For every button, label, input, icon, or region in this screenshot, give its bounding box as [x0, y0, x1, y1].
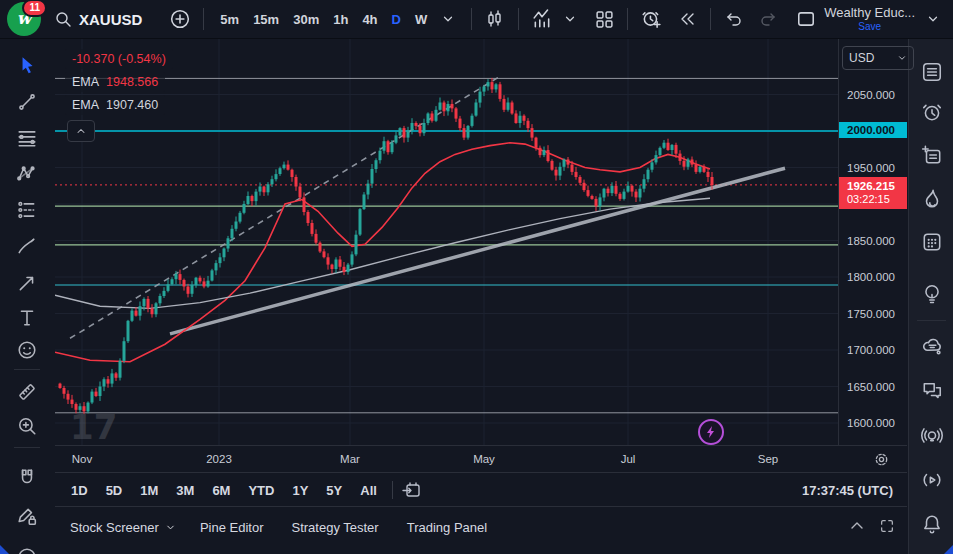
timeframe-30m[interactable]: 30m — [286, 7, 326, 32]
layout-chevron-icon[interactable] — [919, 5, 947, 33]
divider — [392, 481, 393, 499]
save-button[interactable]: Save — [858, 21, 881, 32]
price-tick-label: 1800.000 — [847, 271, 895, 283]
time-axis[interactable]: Nov2023MarMayJulSep — [55, 445, 907, 473]
range-6m[interactable]: 6M — [206, 479, 236, 502]
tab-stock-screener[interactable]: Stock Screener — [70, 520, 176, 535]
chart-style-candles-icon[interactable] — [481, 5, 509, 33]
layout-name[interactable]: Wealthy Educ... — [824, 6, 915, 20]
notes-icon[interactable] — [919, 142, 944, 167]
last-price-value: 1926.215 — [847, 179, 907, 193]
chart-pane[interactable]: 17 -10.370 (-0.54%) EMA1948.566 EMA1907.… — [55, 39, 907, 445]
bar-replay-icon[interactable] — [673, 5, 701, 33]
emoji-tool-icon[interactable] — [14, 337, 40, 363]
chevron-down-icon[interactable] — [434, 5, 462, 33]
calendar-icon[interactable] — [919, 229, 944, 254]
time-tick-label: Mar — [340, 453, 360, 465]
alert-plus-icon[interactable] — [637, 5, 665, 33]
range-ytd[interactable]: YTD — [242, 479, 280, 502]
cursor-tool-icon[interactable] — [14, 52, 40, 78]
search-icon[interactable] — [49, 5, 77, 33]
ideas-icon[interactable] — [919, 281, 944, 306]
time-tick-label: 2023 — [206, 453, 232, 465]
ema-legend-row[interactable]: EMA1907.460 — [65, 95, 165, 115]
currency-select[interactable]: USD — [842, 46, 914, 70]
divider — [710, 8, 711, 30]
streams-icon[interactable] — [919, 467, 944, 492]
range-1y[interactable]: 1Y — [286, 479, 314, 502]
hotlists-icon[interactable] — [919, 186, 944, 211]
price-level-tag-2000: 2000.000 — [839, 122, 907, 138]
price-tick-label: 1600.000 — [847, 417, 895, 429]
top-toolbar: w 11 XAUUSD 5m 15m 30m 1h 4h D W — [0, 0, 953, 40]
zoom-in-icon[interactable] — [14, 413, 40, 439]
bottom-panel: Stock Screener Pine Editor Strategy Test… — [55, 506, 907, 554]
notification-badge: 11 — [22, 0, 47, 17]
last-price-tag: 1926.215 03:22:15 — [839, 177, 907, 209]
pattern-tool-icon[interactable] — [14, 161, 40, 187]
time-tick-label: Sep — [758, 453, 778, 465]
measure-ruler-icon[interactable] — [14, 379, 40, 405]
price-axis[interactable]: USD 2050.0001950.0001850.0001800.0001750… — [838, 39, 908, 445]
chevron-down-icon — [897, 53, 907, 63]
magnet-icon[interactable] — [14, 465, 40, 491]
trend-line-tool-icon[interactable] — [14, 89, 40, 115]
go-to-date-icon[interactable] — [402, 480, 422, 500]
event-lightning-badge[interactable] — [698, 419, 724, 445]
expand-panel-icon[interactable] — [849, 518, 865, 534]
range-5d[interactable]: 5D — [100, 479, 129, 502]
compare-add-icon[interactable] — [166, 5, 194, 33]
tab-strategy-tester[interactable]: Strategy Tester — [291, 520, 378, 535]
indicators-icon[interactable] — [528, 5, 556, 33]
text-tool-icon[interactable] — [14, 305, 40, 331]
timeframe-D[interactable]: D — [385, 7, 408, 32]
indicators-chevron-icon[interactable] — [556, 5, 584, 33]
time-tick-label: Nov — [72, 453, 92, 465]
divider — [917, 320, 946, 321]
timeframe-15m[interactable]: 15m — [246, 7, 286, 32]
tab-trading-panel[interactable]: Trading Panel — [407, 520, 487, 535]
layout-rect-icon[interactable] — [792, 5, 820, 33]
price-tick-label: 1650.000 — [847, 381, 895, 393]
axis-settings-gear-icon[interactable] — [873, 451, 890, 468]
forecast-tool-icon[interactable] — [14, 197, 40, 223]
price-tick-label: 1700.000 — [847, 344, 895, 356]
timeframe-5m[interactable]: 5m — [213, 7, 246, 32]
chat-icon[interactable] — [919, 378, 944, 403]
range-1d[interactable]: 1D — [65, 479, 94, 502]
tab-pine-editor[interactable]: Pine Editor — [200, 520, 264, 535]
alerts-icon[interactable] — [919, 99, 944, 124]
timeframe-1h[interactable]: 1h — [326, 7, 355, 32]
minds-icon[interactable] — [919, 334, 944, 359]
layout-title[interactable]: Wealthy Educ... Save — [824, 6, 915, 32]
range-all[interactable]: All — [354, 479, 383, 502]
legend-collapse-button[interactable] — [67, 120, 95, 142]
symbol-search-button[interactable]: XAUUSD — [79, 11, 142, 28]
range-5y[interactable]: 5Y — [320, 479, 348, 502]
ema-legend-row[interactable]: EMA1948.566 — [65, 72, 165, 92]
clock-utc[interactable]: 17:37:45 (UTC) — [802, 483, 893, 498]
price-change-label: -10.370 (-0.54%) — [65, 49, 173, 69]
arrow-tool-icon[interactable] — [14, 270, 40, 296]
fib-retracement-tool-icon[interactable] — [14, 125, 40, 151]
range-1m[interactable]: 1M — [134, 479, 164, 502]
bar-countdown: 03:22:15 — [847, 193, 907, 207]
notifications-bell-icon[interactable] — [919, 511, 944, 536]
timeframe-4h[interactable]: 4h — [355, 7, 384, 32]
app-logo[interactable]: w 11 — [7, 2, 41, 36]
live-ideas-icon[interactable] — [919, 423, 944, 448]
range-3m[interactable]: 3M — [170, 479, 200, 502]
hide-drawings-icon[interactable] — [14, 544, 40, 554]
timeframe-W[interactable]: W — [408, 7, 434, 32]
drawing-lock-icon[interactable] — [14, 503, 40, 529]
price-tick-label: 1850.000 — [847, 235, 895, 247]
divider — [518, 8, 519, 30]
brush-tool-icon[interactable] — [14, 233, 40, 259]
ema-fast-value: 1948.566 — [106, 75, 158, 89]
watchlist-icon[interactable] — [919, 59, 944, 84]
layout-grid-icon[interactable] — [590, 5, 618, 33]
chart-legend: -10.370 (-0.54%) EMA1948.566 EMA1907.460 — [65, 49, 173, 118]
redo-icon[interactable] — [754, 5, 782, 33]
undo-icon[interactable] — [720, 5, 748, 33]
maximize-panel-icon[interactable] — [879, 518, 895, 534]
